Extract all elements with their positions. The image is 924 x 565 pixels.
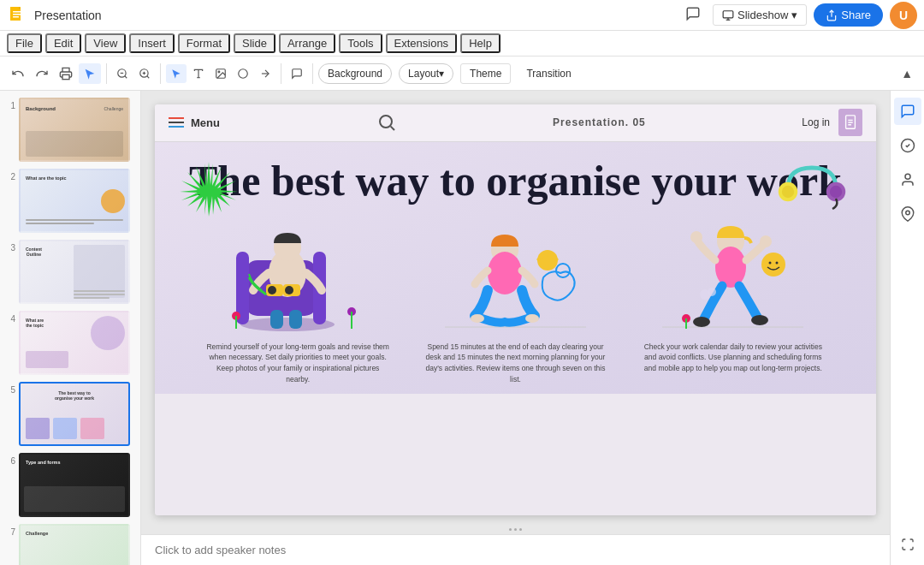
speaker-notes-placeholder: Click to add speaker notes (155, 544, 286, 556)
slide-thumbnail-2[interactable]: 2 What are the topic (3, 169, 137, 233)
slide-text-columns: Remind yourself of your long-term goals … (181, 333, 850, 394)
svg-rect-2 (13, 11, 21, 13)
svg-line-25 (390, 127, 394, 130)
collapse-toolbar-button[interactable]: ▲ (897, 63, 917, 84)
svg-rect-10 (62, 74, 69, 79)
slide-doc-icon (838, 109, 862, 136)
toolbar: Background Layout▾ Theme Transition ▲ (0, 56, 924, 91)
slide-text-col-3: Check your work calendar daily to review… (639, 342, 827, 385)
menu-insert[interactable]: Insert (129, 33, 175, 53)
contacts-sidebar-button[interactable] (894, 166, 921, 193)
expand-sidebar-button[interactable] (894, 531, 921, 558)
tasks-sidebar-button[interactable] (894, 132, 921, 159)
speaker-notes-bar[interactable]: Click to add speaker notes (141, 534, 890, 565)
svg-rect-50 (351, 312, 352, 329)
svg-point-57 (537, 250, 558, 271)
cursor-button[interactable] (79, 63, 101, 84)
slide-number-5: 5 (3, 382, 15, 395)
svg-point-43 (268, 286, 276, 294)
menu-format[interactable]: Format (178, 33, 230, 53)
editor-area: Menu Presentation. 05 Log in (141, 91, 890, 565)
slide-thumbnail-5[interactable]: 5 The best way toorganise your work (3, 382, 137, 446)
svg-line-12 (125, 75, 127, 78)
slide-number-2: 2 (3, 169, 15, 181)
shape-tool-button[interactable] (233, 64, 253, 83)
svg-rect-4 (13, 16, 19, 18)
share-button[interactable]: Share (814, 3, 883, 27)
menu-view[interactable]: View (85, 33, 126, 53)
background-button[interactable]: Background (318, 63, 392, 84)
svg-rect-69 (685, 318, 687, 329)
slide-thumbnail-4[interactable]: 4 What arethe topic (3, 311, 137, 375)
svg-point-56 (556, 264, 570, 277)
slide-title-text: The best way to organise your work (181, 158, 850, 205)
slideshow-label: Slideshow (737, 9, 788, 21)
scroll-dot-2 (514, 528, 517, 531)
user-avatar-button[interactable]: U (890, 2, 917, 29)
svg-point-34 (830, 185, 842, 197)
menu-bar: File Edit View Insert Format Slide Arran… (0, 31, 924, 56)
line-tool-button[interactable] (255, 64, 275, 83)
zoom-in-button[interactable] (134, 64, 155, 83)
menu-slide[interactable]: Slide (234, 33, 275, 53)
app-logo-icon (7, 5, 27, 26)
theme-button[interactable]: Theme (460, 63, 511, 84)
transition-button[interactable]: Transition (518, 64, 579, 83)
slideshow-button[interactable]: Slideshow ▾ (713, 4, 807, 26)
slide-thumbnail-1[interactable]: 1 Background Challenge (3, 98, 137, 162)
slide-number-4: 4 (3, 311, 15, 324)
svg-point-53 (488, 252, 522, 294)
scroll-dot-1 (509, 528, 512, 531)
print-button[interactable] (55, 63, 77, 84)
text-tool-button[interactable] (188, 64, 209, 83)
layout-button[interactable]: Layout▾ (399, 63, 453, 84)
slide-thumbnail-6[interactable]: 6 Type and forms (3, 453, 137, 517)
slide-thumbnail-3[interactable]: 3 ContentOutline (3, 240, 137, 304)
slide-number-1: 1 (3, 98, 15, 110)
toolbar-separator-4 (312, 63, 313, 84)
toolbar-separator-1 (106, 63, 107, 84)
main-content: 1 Background Challenge 2 What are the to… (0, 91, 924, 565)
illustration-3 (654, 209, 812, 333)
menu-tools[interactable]: Tools (339, 33, 382, 53)
slide-thumbnail-7[interactable]: 7 Challenge (3, 524, 137, 565)
slide-preview-3: ContentOutline (19, 240, 130, 304)
svg-rect-45 (270, 310, 283, 329)
slide-presentation-title: Presentation. 05 (553, 116, 646, 128)
zoom-out-button[interactable] (112, 64, 133, 83)
maps-sidebar-button[interactable] (894, 200, 921, 228)
hamburger-line-2 (169, 122, 184, 123)
svg-point-55 (525, 314, 539, 323)
select-tool-button[interactable] (166, 64, 187, 83)
redo-button[interactable] (31, 63, 53, 84)
menu-arrange[interactable]: Arrange (279, 33, 335, 53)
illustration-2 (436, 209, 595, 333)
svg-point-54 (471, 314, 484, 323)
slide-menu: Menu (169, 116, 220, 129)
svg-point-73 (905, 174, 910, 179)
menu-help[interactable]: Help (460, 33, 500, 53)
svg-point-65 (761, 253, 785, 277)
comments-button[interactable] (680, 4, 706, 26)
slide-canvas[interactable]: Menu Presentation. 05 Log in (155, 104, 876, 515)
share-label: Share (841, 9, 871, 21)
comment-tool-button[interactable] (287, 64, 307, 83)
menu-edit[interactable]: Edit (45, 33, 81, 53)
illustrations-row (181, 209, 850, 333)
slideshow-chevron: ▾ (791, 9, 797, 21)
undo-button[interactable] (7, 63, 29, 84)
menu-file[interactable]: File (7, 33, 42, 53)
slide-preview-4: What arethe topic (19, 311, 130, 375)
svg-point-63 (693, 317, 710, 327)
illustration-1 (219, 209, 377, 333)
svg-point-22 (239, 68, 248, 78)
slide-number-7: 7 (3, 524, 15, 537)
toolbar-separator-3 (281, 63, 281, 84)
svg-rect-6 (723, 10, 733, 17)
slide-preview-6: Type and forms (19, 453, 130, 517)
svg-point-62 (760, 235, 772, 247)
comment-sidebar-button[interactable] (894, 98, 921, 125)
svg-point-60 (715, 247, 746, 288)
menu-extensions[interactable]: Extensions (386, 33, 458, 53)
image-tool-button[interactable] (210, 64, 231, 83)
